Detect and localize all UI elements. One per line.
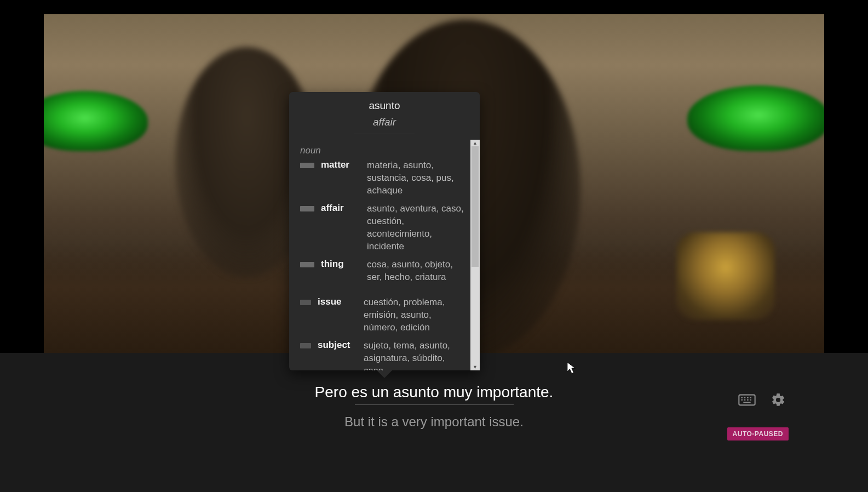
- definition-term: thing: [321, 259, 360, 270]
- frequency-bar-icon: [300, 262, 314, 267]
- gear-icon[interactable]: [771, 392, 786, 408]
- scroll-down-icon[interactable]: ▼: [470, 364, 480, 370]
- player-stage: asunto affair noun matter materia, asunt…: [0, 0, 868, 492]
- definition-row[interactable]: issue cuestión, problema, emisión, asunt…: [300, 296, 470, 334]
- definition-term: matter: [321, 159, 360, 170]
- definition-row[interactable]: subject sujeto, tema, asunto, asignatura…: [300, 340, 470, 370]
- definition-term: affair: [321, 203, 360, 214]
- frequency-bar-icon: [300, 300, 311, 305]
- subtitle-divider: [355, 404, 514, 405]
- definition-synonyms: asunto, aventura, caso, cuestión, aconte…: [367, 203, 470, 253]
- keyboard-icon[interactable]: [738, 393, 756, 407]
- scroll-thumb[interactable]: [472, 146, 479, 267]
- definition-synonyms: cosa, asunto, objeto, ser, hecho, criatu…: [367, 259, 470, 284]
- dictionary-body: noun matter materia, asunto, sustancia, …: [289, 140, 480, 370]
- frequency-bar-icon: [300, 163, 314, 168]
- frequency-bar-icon: [300, 206, 314, 211]
- scroll-up-icon[interactable]: ▲: [470, 140, 480, 146]
- definition-row[interactable]: affair asunto, aventura, caso, cuestión,…: [300, 203, 470, 253]
- auto-paused-badge[interactable]: AUTO-PAUSED: [727, 427, 789, 440]
- video-bg-lamp: [44, 91, 148, 151]
- video-bg-prop: [676, 232, 775, 320]
- dictionary-header: asunto affair: [289, 92, 480, 140]
- definition-term: subject: [318, 340, 357, 351]
- definition-term: issue: [318, 296, 357, 307]
- cursor-icon: [567, 362, 577, 375]
- frequency-bar-icon: [300, 343, 311, 348]
- dictionary-popup: asunto affair noun matter materia, asunt…: [289, 92, 480, 370]
- definition-synonyms: cuestión, problema, emisión, asunto, núm…: [364, 296, 470, 334]
- definition-row[interactable]: matter materia, asunto, sustancia, cosa,…: [300, 159, 470, 197]
- definition-row[interactable]: thing cosa, asunto, objeto, ser, hecho, …: [300, 259, 470, 284]
- dictionary-scrollbar[interactable]: ▲ ▼: [470, 140, 480, 370]
- dictionary-word: asunto: [289, 100, 480, 112]
- definition-synonyms: materia, asunto, sustancia, cosa, pus, a…: [367, 159, 470, 197]
- part-of-speech-label: noun: [300, 145, 470, 156]
- dictionary-primary-translation: affair: [354, 116, 415, 134]
- definition-synonyms: sujeto, tema, asunto, asignatura, súbdit…: [364, 340, 470, 370]
- video-bg-lamp: [687, 85, 824, 151]
